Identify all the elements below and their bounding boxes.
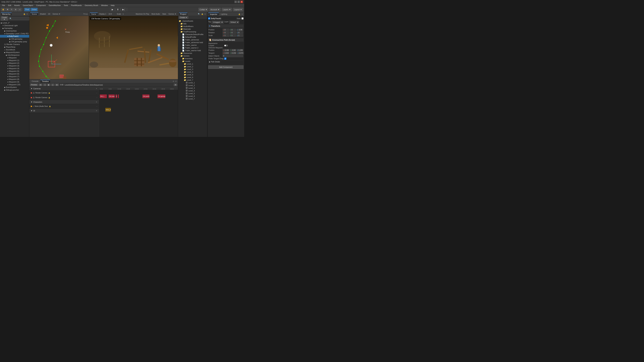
position-y[interactable]: Y 0	[230, 28, 236, 31]
position-z[interactable]: Z -0.96	[236, 28, 243, 31]
game-tab[interactable]: Game	[90, 12, 98, 15]
timeline-tracks-content[interactable]: CM_I... CM overhead C... ... CM push2 CM…	[99, 90, 178, 137]
game-gizmos[interactable]: Gizmos ▼	[168, 13, 177, 15]
proj-item-1[interactable]: 📁_GameAssets	[178, 20, 207, 22]
layers-button[interactable]: Layers ▼	[222, 8, 232, 12]
clip-cm-gameplay[interactable]: CM gameplay	[158, 94, 165, 98]
proj-item-21[interactable]: 📁Level_5	[178, 73, 207, 76]
proj-item-12[interactable]: 📄Trailer_warrior hold	[178, 49, 207, 52]
project-create-btn[interactable]: Create ▼	[179, 16, 188, 19]
layout-button[interactable]: Layout ▼	[233, 8, 243, 12]
menu-item-component[interactable]: Component	[35, 4, 47, 7]
hier-item-3[interactable]: ◆Gameplay	[0, 27, 29, 30]
hier-item-21[interactable]: ●Waypoint (7)	[0, 75, 29, 78]
scale-z[interactable]: Z 1	[236, 34, 243, 37]
proj-item-7[interactable]: 📄DefaultProfile	[178, 36, 207, 38]
rotation-y[interactable]: Y 0	[230, 31, 236, 34]
menu-item-file[interactable]: File	[1, 4, 6, 7]
proj-item-27[interactable]: 🎬Level_4	[178, 90, 207, 92]
bottom-menu-btn[interactable]: ≡	[175, 80, 177, 82]
pause-button[interactable]: ⏸	[115, 8, 120, 12]
cam2-more[interactable]: ···	[96, 97, 98, 98]
insp-active-checkbox[interactable]	[208, 18, 210, 20]
inspector-menu-btn[interactable]: ≡	[241, 13, 243, 15]
ui-group-header[interactable]: ▼ UI ＋	[29, 109, 99, 113]
hier-item-4[interactable]: ◆Cinemachine	[0, 30, 29, 32]
hierarchy-tab[interactable]: Hierarchy	[1, 12, 12, 15]
cinemachine-component-header[interactable]: 📜 Cinemachine Path (Script)	[208, 38, 244, 42]
hier-item-1[interactable]: ◆Level_1*	[0, 22, 29, 24]
cm-tx[interactable]: X 3.433	[222, 52, 230, 54]
proj-item-19[interactable]: 📁Level_3	[178, 68, 207, 70]
scale-x[interactable]: X 1	[222, 34, 229, 37]
maximize-on-play[interactable]: Maximize On Play	[135, 13, 150, 15]
menu-item-assets[interactable]: Assets	[13, 4, 21, 7]
game-viewport[interactable]: CM Render Camera: CM gameplay	[89, 16, 178, 79]
scene-gizmos[interactable]: Gizmos ▼	[52, 13, 61, 15]
proj-item-16[interactable]: 📁Levels	[178, 60, 207, 62]
project-search-btn[interactable]: 🔍	[198, 13, 200, 15]
cam1-more[interactable]: ···	[96, 92, 98, 94]
clip-cm-dot[interactable]: ...	[118, 94, 119, 98]
lighting-tab[interactable]: Lighting	[219, 13, 228, 16]
clip-vocs[interactable]: vocs_over...	[105, 108, 111, 112]
clip-cm-intro[interactable]: CM_I...	[100, 94, 107, 98]
proj-item-10[interactable]: 📄Trailer_warrior	[178, 44, 207, 46]
proj-item-23[interactable]: 📁Level_7	[178, 79, 207, 81]
preview-btn[interactable]: Preview	[30, 84, 38, 86]
rotation-x[interactable]: X 0	[222, 31, 229, 34]
proj-item-26[interactable]: 🎬Level_3	[178, 87, 207, 90]
audio-more[interactable]: ···	[96, 106, 98, 107]
tl-fwd-btn[interactable]: ▷	[51, 84, 54, 86]
proj-item-24[interactable]: 🎬Level_1	[178, 81, 207, 84]
timeline-tab[interactable]: Timeline	[40, 80, 50, 83]
proj-item-15[interactable]: 📁Inventory	[178, 57, 207, 60]
layer-select[interactable]: Default	[229, 21, 239, 24]
mute-audio[interactable]: Mute Audio	[151, 13, 161, 15]
bottom-lock-btn[interactable]: ⊙	[172, 80, 174, 82]
menu-item-edit[interactable]: Edit	[7, 4, 12, 7]
hier-item-6[interactable]: ●DollyTrack1	[0, 35, 29, 38]
pivot-button[interactable]: Pivot	[24, 8, 30, 12]
hier-item-7[interactable]: ◉CM gameplay	[0, 38, 29, 40]
aspect-ratio[interactable]: 16:9	[108, 13, 112, 15]
cm-pz[interactable]: Z 1.235	[237, 49, 244, 52]
hier-item-24[interactable]: ●Waypoint (10)	[0, 83, 29, 86]
2d-btn[interactable]: 2D	[48, 13, 51, 15]
scene-viewport[interactable]: ✕ Persp	[29, 16, 89, 79]
proj-item-25[interactable]: 🎬Level_2	[178, 84, 207, 87]
global-button[interactable]: Global	[30, 8, 38, 12]
proj-item-5[interactable]: 📁PostProcessing	[178, 30, 207, 33]
menu-item-geometrybrush[interactable]: Geometry Brush	[83, 4, 100, 7]
timeline-ruler[interactable]: 0:005:0010:0015:0020:0025:0030:0035:0040…	[99, 86, 178, 90]
hierarchy-menu-btn[interactable]: ≡	[26, 13, 28, 15]
clip-cm-overhead[interactable]: CM overhead	[108, 94, 115, 98]
prefer-tangent-checkbox[interactable]	[224, 58, 226, 60]
proj-item-29[interactable]: 🎬Level_6	[178, 95, 207, 98]
menu-item-tools[interactable]: Tools	[62, 4, 70, 7]
proj-item-22[interactable]: 📁Level_6	[178, 76, 207, 79]
proj-item-13[interactable]: 📁Resources	[178, 52, 207, 54]
hier-item-11[interactable]: ♫Soundtrack	[0, 48, 29, 51]
hier-item-25[interactable]: ◆EventSystem	[0, 86, 29, 88]
clip-cm-push2[interactable]: CM push2	[142, 94, 150, 98]
proj-item-28[interactable]: 🎬Level_5	[178, 92, 207, 95]
project-tab[interactable]: Project	[179, 12, 187, 15]
hierarchy-create-btn[interactable]: Create ▼	[1, 16, 8, 21]
hier-item-5[interactable]: ●Gameplay Level 1 Dolly RO	[0, 32, 29, 35]
display-dropdown[interactable]: Display 1	[98, 13, 107, 15]
collab-button[interactable]: Collab ▼	[198, 8, 208, 12]
hier-item-23[interactable]: ●Waypoint (9)	[0, 80, 29, 83]
project-lock-btn[interactable]: 🔒	[201, 13, 204, 15]
scale-y[interactable]: Y 1	[230, 34, 236, 37]
tl-play-btn[interactable]: ▶	[47, 84, 50, 86]
hier-item-16[interactable]: ●Waypoint (2)	[0, 62, 29, 64]
proj-item-18[interactable]: 📁Level_2	[178, 65, 207, 68]
rotate-tool[interactable]: ↻	[10, 8, 14, 12]
proj-item-4[interactable]: 📁Materials	[178, 28, 207, 30]
inspector-lock-btn[interactable]: 🔒	[238, 13, 241, 15]
hier-item-18[interactable]: ●Waypoint (4)	[0, 67, 29, 70]
scale-tool[interactable]: ⊕	[14, 8, 18, 12]
menu-item-pixelwizards[interactable]: PixelWizards	[70, 4, 83, 7]
close-button[interactable]: ✕	[240, 1, 243, 3]
